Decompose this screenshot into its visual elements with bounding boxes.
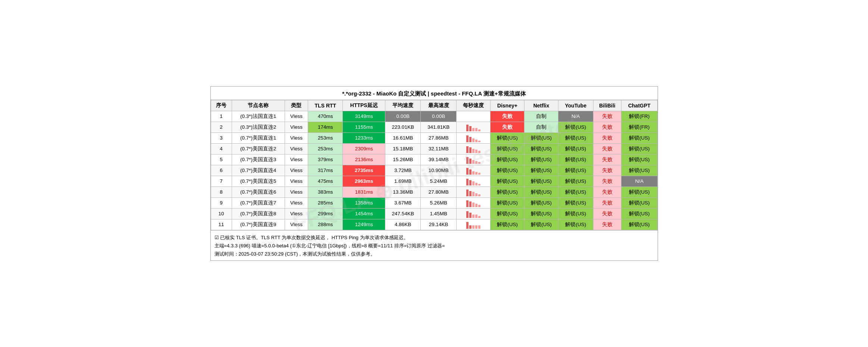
cell-max-speed: 5.24MB [421,176,456,187]
cell-netflix: 解锁(US) [524,143,558,154]
cell-bilibili: 失败 [593,132,621,143]
cell-bilibili: 失败 [593,111,621,122]
bar-segment [478,216,480,218]
cell-https-delay: 1249ms [343,219,385,230]
bar-segment [475,193,477,196]
cell-per-sec [456,143,490,154]
cell-netflix: 自制 [524,111,558,122]
cell-youtube: 解锁(US) [558,132,593,143]
cell-bilibili: 失败 [593,197,621,208]
table-row: 5(0.7*)美国直连3Vless379ms2136ms15.26MB39.14… [211,154,657,165]
cell-https-delay: 2963ms [343,176,385,187]
cell-id: 7 [211,176,232,187]
bar-segment [475,225,477,229]
cell-per-sec [456,154,490,165]
bar-segment [469,201,471,207]
cell-youtube: 解锁(US) [558,154,593,165]
cell-per-sec [456,197,490,208]
bar-segment [472,149,474,153]
cell-max-speed: 341.81KB [421,122,456,132]
results-table: 序号节点名称类型TLS RTTHTTPS延迟平均速度最高速度每秒速度Disney… [211,100,658,230]
cell-max-speed: 29.14KB [421,219,456,230]
table-row: 11(0.7*)美国直连9Vless288ms1249ms4.86KB29.14… [211,219,657,230]
table-row: 4(0.7*)美国直连2Vless253ms2309ms15.18MB32.11… [211,143,657,154]
bar-segment [469,225,471,229]
cell-type: Vless [285,143,308,154]
cell-disney: 解锁(US) [491,197,524,208]
bar-segment [466,179,469,185]
column-header: 节点名称 [232,100,285,111]
bar-segment [472,160,474,164]
table-row: 2(0.3*)法国直连2Vless174ms1155ms223.01KB341.… [211,122,657,132]
column-header: HTTPS延迟 [343,100,385,111]
cell-avg-speed: 15.26MB [385,154,421,165]
cell-avg-speed: 3.72MB [385,165,421,176]
cell-chatgpt: 解锁(US) [621,219,657,230]
cell-chatgpt: 解锁(US) [621,197,657,208]
cell-netflix: 解锁(US) [524,187,558,197]
cell-avg-speed: 13.36MB [385,187,421,197]
bar-segment [475,140,477,142]
cell-name: (0.7*)美国直连9 [232,219,285,230]
cell-bilibili: 失败 [593,154,621,165]
cell-max-speed: 0.00B [421,111,456,122]
cell-name: (0.7*)美国直连7 [232,197,285,208]
bar-segment [478,225,480,229]
column-header: Disney+ [491,100,524,111]
cell-id: 11 [211,219,232,230]
cell-bilibili: 失败 [593,208,621,219]
cell-https-delay: 1233ms [343,132,385,143]
cell-type: Vless [285,219,308,230]
cell-max-speed: 27.86MB [421,132,456,143]
cell-name: (0.3*)法国直连2 [232,122,285,132]
cell-disney: 失败 [491,111,524,122]
cell-youtube: 解锁(US) [558,219,593,230]
bar-segment [475,161,477,164]
cell-netflix: 解锁(US) [524,197,558,208]
cell-name: (0.7*)美国直连6 [232,187,285,197]
cell-netflix: 解锁(US) [524,154,558,165]
cell-id: 3 [211,132,232,143]
cell-per-sec [456,111,490,122]
bar-segment [466,211,469,218]
cell-avg-speed: 15.18MB [385,143,421,154]
column-header: 每秒速度 [456,100,490,111]
cell-id: 1 [211,111,232,122]
cell-type: Vless [285,187,308,197]
page-title: *.*org-2332 - MiaoKo 自定义测试 | speedtest -… [211,87,658,100]
cell-bilibili: 失败 [593,165,621,176]
bar-segment [469,169,471,175]
cell-tls-rtt: 288ms [308,219,343,230]
cell-id: 6 [211,165,232,176]
table-row: 3(0.7*)美国直连1Vless253ms1233ms16.61MB27.86… [211,132,657,143]
table-row: 9(0.7*)美国直连7Vless285ms1358ms3.67MB5.26MB… [211,197,657,208]
bar-segment [475,150,477,153]
cell-name: (0.7*)美国直连1 [232,132,285,143]
cell-type: Vless [285,122,308,132]
cell-chatgpt: N/A [621,176,657,187]
cell-id: 8 [211,187,232,197]
cell-name: (0.7*)美国直连3 [232,154,285,165]
bar-segment [475,128,477,131]
cell-netflix: 解锁(US) [524,165,558,176]
cell-https-delay: 1358ms [343,197,385,208]
cell-tls-rtt: 317ms [308,165,343,176]
column-header: Netflix [524,100,558,111]
cell-tls-rtt: 174ms [308,122,343,132]
cell-per-sec [456,208,490,219]
cell-per-sec [456,165,490,176]
cell-chatgpt: 解锁(US) [621,143,657,154]
column-header: YouTube [558,100,593,111]
cell-avg-speed: 1.69MB [385,176,421,187]
cell-disney: 解锁(US) [491,132,524,143]
cell-youtube: 解锁(US) [558,208,593,219]
bar-segment [478,173,480,175]
cell-bilibili: 失败 [593,143,621,154]
bar-segment [469,159,471,164]
bar-segment [475,215,477,218]
cell-name: (0.7*)美国直连2 [232,143,285,154]
bar-segment [472,128,474,131]
column-header: 类型 [285,100,308,111]
column-header: BiliBili [593,100,621,111]
cell-youtube: 解锁(US) [558,122,593,132]
